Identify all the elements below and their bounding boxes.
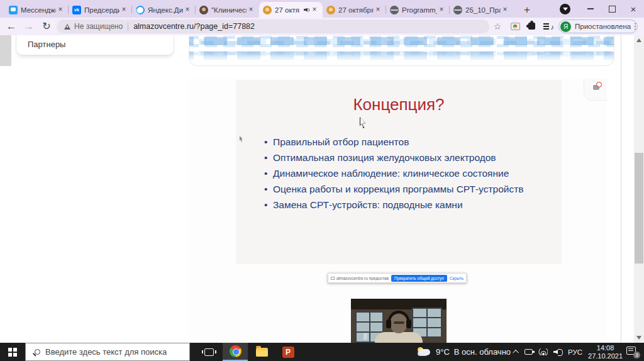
close-icon[interactable]: ×: [501, 6, 509, 14]
tab-october-27b[interactable]: 27 октября ×: [323, 2, 386, 18]
forward-button[interactable]: →: [21, 19, 36, 33]
reaction-icon[interactable]: [593, 85, 599, 90]
vk-icon: vk: [72, 6, 81, 14]
scrollbar-thumb[interactable]: [635, 153, 643, 264]
tab-title: Яндекс.Дис: [148, 6, 183, 14]
bullet-item: •Оценка работы и коррекция программы СРТ…: [264, 181, 541, 197]
hide-share-bar-link[interactable]: Скрыть: [450, 276, 464, 280]
window-minimize-button[interactable]: [580, 0, 601, 18]
slide-title: Концепция?: [236, 95, 562, 114]
phone-glow: [364, 333, 367, 340]
close-icon[interactable]: ×: [310, 6, 319, 14]
speaker-body: [375, 332, 423, 343]
extensions-puzzle-icon[interactable]: [528, 23, 535, 30]
device-icon[interactable]: [525, 349, 533, 355]
system-tray: РУС 14:08 27.10.2021: [514, 343, 623, 361]
task-view-icon: [204, 348, 214, 356]
tab-title: 27 октя: [275, 6, 303, 14]
browser-tab-strip: Мессендже × vk Предсерди × Яндекс.Дис × …: [0, 0, 644, 18]
media-controls-button[interactable]: [560, 4, 570, 14]
tab-clinical[interactable]: "Клиническ ×: [196, 2, 259, 18]
chrome-icon: [230, 345, 242, 357]
bullet-item: •Динамическое наблюдение: клиническое со…: [264, 165, 541, 181]
weather-widget[interactable]: 9°C В осн. облачно: [416, 343, 511, 361]
windows-taskbar: P 9°C В осн. облачно РУС 14:08 27.10.202…: [0, 343, 644, 361]
browser-toolbar: ← → ↻ Не защищено almazovcentre.ru/?page…: [0, 18, 644, 35]
messenger-icon: [9, 6, 18, 14]
powerpoint-icon: P: [282, 347, 294, 358]
headphone-cup-right: [406, 319, 411, 328]
date-label: 27.10.2021: [588, 352, 623, 360]
close-icon[interactable]: ×: [183, 6, 192, 14]
taskbar-search[interactable]: [25, 343, 190, 361]
not-secure-warning-icon[interactable]: [64, 24, 70, 30]
conference-icon: [263, 6, 272, 14]
window-maximize-button[interactable]: [601, 0, 623, 18]
back-button[interactable]: ←: [4, 19, 19, 33]
file-explorer-button[interactable]: [249, 343, 274, 361]
search-input[interactable]: [45, 347, 189, 357]
presentation-viewer: Концепция? •Правильный отбор пациентов •…: [189, 79, 607, 343]
new-tab-button[interactable]: +: [519, 3, 535, 18]
weather-cloud-icon: [416, 347, 431, 357]
tab-programm[interactable]: Programm_ ×: [386, 2, 450, 18]
weather-temp: 9°C: [436, 347, 450, 357]
left-edge-strip: [0, 35, 11, 66]
time-label: 14:08: [597, 344, 614, 352]
share-message: almazovcentre.ru предоставляет доступ к …: [336, 276, 389, 280]
powerpoint-button[interactable]: P: [275, 343, 301, 361]
tab-audio-icon[interactable]: [304, 7, 310, 13]
reload-button[interactable]: ↻: [39, 19, 54, 33]
close-icon[interactable]: ×: [247, 6, 255, 14]
bullet-item: •Правильный отбор пациентов: [264, 134, 541, 150]
task-view-button[interactable]: [196, 343, 221, 361]
action-center-button[interactable]: 3: [626, 345, 640, 358]
stop-sharing-button[interactable]: Прекратить общий доступ: [391, 275, 447, 282]
tab-yandex-disk[interactable]: Яндекс.Дис ×: [132, 2, 196, 18]
slide-surface: Концепция? •Правильный отбор пациентов •…: [236, 80, 562, 264]
tab-title: 27 октября: [338, 6, 374, 14]
tray-expand-icon[interactable]: [513, 350, 519, 356]
globe-icon: [453, 6, 462, 14]
address-bar[interactable]: Не защищено almazovcentre.ru/?page_id=77…: [57, 19, 489, 33]
page-scrollbar[interactable]: [634, 35, 644, 343]
tab-vk[interactable]: vk Предсерди ×: [69, 2, 132, 18]
wifi-icon[interactable]: [538, 348, 548, 355]
cast-icon: [331, 277, 335, 280]
address-divider: [128, 23, 128, 31]
tab-title: Предсерди: [84, 6, 119, 14]
close-icon[interactable]: ×: [56, 6, 65, 14]
browser-menu-icon[interactable]: ⋮: [629, 20, 641, 33]
close-icon[interactable]: ×: [119, 6, 128, 14]
bookmark-star-icon[interactable]: ☆: [492, 21, 503, 32]
start-button[interactable]: [0, 343, 25, 361]
bullet-item: •Оптимальная позиция желудочковых электр…: [264, 150, 541, 165]
screenshot-extension-icon[interactable]: [511, 23, 520, 30]
globe-icon: [390, 6, 399, 14]
media-playlist-icon[interactable]: [543, 21, 553, 31]
bullet-item: •Замена СРТ-устройств: подводные камни: [264, 197, 541, 213]
taskbar-clock[interactable]: 14:08 27.10.2021: [588, 344, 623, 360]
tab-25-10[interactable]: 25_10_Пра ×: [450, 2, 513, 18]
close-icon[interactable]: ×: [374, 6, 382, 14]
scroll-down-arrow-icon[interactable]: [636, 336, 641, 340]
screen-share-bar: almazovcentre.ru предоставляет доступ к …: [328, 273, 467, 283]
tab-active-october-27[interactable]: 27 октя ×: [259, 2, 323, 18]
chrome-taskbar-button[interactable]: [223, 343, 248, 361]
folder-icon: [256, 348, 268, 357]
tab-title: Programm_: [402, 6, 437, 14]
conference-icon: [326, 6, 335, 14]
tab-messenger[interactable]: Мессендже ×: [5, 2, 69, 18]
window-close-button[interactable]: ×: [623, 0, 644, 18]
tab-title: 25_10_Пра: [465, 6, 501, 14]
close-icon[interactable]: ×: [437, 6, 446, 14]
profile-button[interactable]: Я Приостановлена: [558, 19, 638, 33]
volume-icon[interactable]: [553, 348, 562, 355]
language-indicator[interactable]: РУС: [568, 348, 582, 356]
content-right-border: [621, 35, 621, 343]
windows-logo-icon: [8, 348, 17, 357]
scroll-up-arrow-icon[interactable]: [636, 38, 641, 42]
headphone-cup-left: [386, 319, 391, 328]
sync-status-label: Приостановлена: [575, 23, 631, 30]
sidebar-item-partners[interactable]: Партнеры: [16, 35, 174, 55]
